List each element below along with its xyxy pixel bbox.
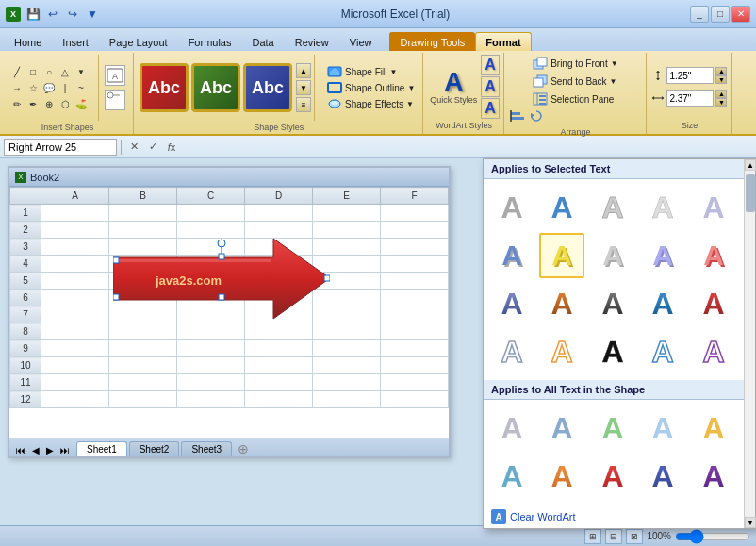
- qs-all-item-10[interactable]: A: [691, 454, 736, 499]
- handle-bl[interactable]: [113, 294, 119, 300]
- qs-item-9[interactable]: AA: [640, 233, 685, 278]
- line2-icon[interactable]: |: [58, 80, 73, 95]
- text-outline-btn[interactable]: A: [481, 76, 500, 97]
- normal-view-btn[interactable]: ⊞: [584, 529, 601, 544]
- scroll-up-btn[interactable]: ▲: [745, 159, 756, 171]
- arrow-icon[interactable]: →: [9, 80, 25, 95]
- handle-bm[interactable]: [219, 294, 224, 300]
- callout-icon[interactable]: 💬: [41, 80, 57, 95]
- undo-btn[interactable]: ↩: [44, 6, 61, 23]
- qs-all-item-2[interactable]: A: [539, 405, 584, 451]
- cell-c1[interactable]: [177, 205, 245, 222]
- cell-d1[interactable]: [245, 205, 313, 222]
- qs-item-7[interactable]: AA: [539, 233, 584, 278]
- triangle-icon[interactable]: △: [58, 64, 73, 79]
- tab-insert[interactable]: Insert: [52, 32, 99, 51]
- qs-item-15[interactable]: A: [691, 281, 736, 326]
- height-input[interactable]: [666, 67, 714, 84]
- tab-page-layout[interactable]: Page Layout: [99, 32, 178, 51]
- insert-sheet-btn[interactable]: ⊕: [234, 441, 253, 456]
- scribble-icon[interactable]: ✒: [25, 96, 41, 111]
- cell-e1[interactable]: [313, 205, 381, 222]
- qs-all-item-6[interactable]: A: [489, 454, 534, 499]
- qs-item-3[interactable]: A: [590, 185, 635, 230]
- qs-item-2[interactable]: A: [539, 185, 584, 230]
- qs-item-16[interactable]: A: [489, 329, 534, 374]
- name-box[interactable]: Right Arrow 25: [4, 139, 117, 156]
- tab-view[interactable]: View: [339, 32, 383, 51]
- quick-styles-btn[interactable]: A Quick Styles: [428, 67, 479, 107]
- shape-effects-btn[interactable]: Shape Effects ▼: [323, 96, 419, 111]
- line-icon[interactable]: ╱: [9, 64, 25, 79]
- qs-item-6[interactable]: AA: [489, 233, 534, 278]
- freeform-icon[interactable]: ✏: [9, 96, 25, 111]
- qs-all-item-4[interactable]: A: [640, 405, 685, 451]
- close-btn[interactable]: ✕: [731, 6, 750, 23]
- banner-icon[interactable]: ⛳: [74, 96, 89, 111]
- width-down-btn[interactable]: ▼: [715, 98, 727, 107]
- connector-icon[interactable]: ⊕: [41, 96, 57, 111]
- width-input[interactable]: [666, 90, 714, 107]
- text-box-btn[interactable]: A: [105, 65, 125, 86]
- qs-item-13[interactable]: A: [590, 281, 635, 326]
- qs-item-20[interactable]: A: [691, 329, 736, 374]
- tab-review[interactable]: Review: [285, 32, 339, 51]
- qs-item-1[interactable]: A: [489, 185, 534, 230]
- redo-btn[interactable]: ↪: [64, 6, 81, 23]
- edit-points-btn[interactable]: [105, 90, 125, 110]
- shape-fill-btn[interactable]: Shape Fill ▼: [323, 64, 419, 79]
- tab-home[interactable]: Home: [4, 32, 52, 51]
- sheet-nav-first[interactable]: ⏮: [13, 444, 28, 456]
- qs-all-item-5[interactable]: A: [691, 405, 736, 451]
- dropdown-btn[interactable]: ▼: [84, 6, 101, 23]
- cell-b1[interactable]: [109, 205, 177, 222]
- style-dropdown-btn[interactable]: ▼: [296, 80, 311, 95]
- sheet-nav-last[interactable]: ⏭: [58, 444, 73, 456]
- qs-all-item-9[interactable]: A: [640, 454, 685, 499]
- text-effects-btn[interactable]: A: [481, 98, 500, 119]
- confirm-formula-btn[interactable]: ✓: [144, 139, 161, 156]
- handle-r[interactable]: [324, 275, 330, 281]
- style-btn-blue[interactable]: Abc: [243, 63, 292, 112]
- insert-function-btn[interactable]: fx: [163, 139, 180, 156]
- sheet-tab-2[interactable]: Sheet2: [129, 441, 180, 456]
- selection-pane-btn[interactable]: Selection Pane: [528, 91, 618, 108]
- qs-all-item-7[interactable]: A: [539, 454, 584, 499]
- shape-outline-btn[interactable]: Shape Outline ▼: [323, 80, 419, 95]
- star-icon[interactable]: ☆: [25, 80, 41, 95]
- text-fill-btn[interactable]: A: [481, 55, 500, 75]
- handle-tm[interactable]: [219, 254, 224, 259]
- tab-formulas[interactable]: Formulas: [178, 32, 242, 51]
- style-up-btn[interactable]: ▲: [296, 63, 311, 78]
- qs-item-4[interactable]: A: [640, 185, 685, 230]
- qs-all-item-3[interactable]: A: [590, 405, 635, 451]
- qs-item-18[interactable]: A: [590, 329, 635, 374]
- rotate-btn[interactable]: [528, 108, 545, 125]
- qs-item-14[interactable]: A: [640, 281, 685, 326]
- scroll-thumb[interactable]: [746, 174, 755, 212]
- send-to-back-btn[interactable]: Send to Back ▼: [528, 73, 621, 90]
- qs-item-5[interactable]: A: [691, 185, 736, 230]
- sheet-nav-prev[interactable]: ◀: [29, 444, 42, 456]
- qs-item-10[interactable]: AA: [691, 233, 736, 278]
- qs-item-8[interactable]: AA: [590, 233, 635, 278]
- align-left-btn[interactable]: [509, 108, 526, 125]
- bring-to-front-btn[interactable]: Bring to Front ▼: [528, 55, 623, 72]
- style-btn-green[interactable]: Abc: [191, 63, 240, 112]
- rect-icon[interactable]: □: [25, 64, 41, 79]
- curve-icon[interactable]: ~: [74, 80, 89, 95]
- qs-all-item-8[interactable]: A: [590, 454, 635, 499]
- qs-item-17[interactable]: A: [539, 329, 584, 374]
- cell-f1[interactable]: [380, 205, 448, 222]
- qs-item-12[interactable]: A: [539, 281, 584, 326]
- style-more-btn[interactable]: ≡: [296, 97, 311, 112]
- style-btn-red[interactable]: Abc: [140, 63, 189, 112]
- tab-format[interactable]: Format: [475, 32, 531, 51]
- page-layout-view-btn[interactable]: ⊟: [605, 529, 622, 544]
- sheet-nav-next[interactable]: ▶: [43, 444, 57, 456]
- arrow-shape-container[interactable]: java2s.com: [113, 234, 330, 325]
- handle-tl[interactable]: [113, 257, 119, 263]
- page-break-view-btn[interactable]: ⊠: [626, 529, 643, 544]
- qs-item-11[interactable]: A: [489, 281, 534, 326]
- sheet-tab-3[interactable]: Sheet3: [181, 441, 232, 456]
